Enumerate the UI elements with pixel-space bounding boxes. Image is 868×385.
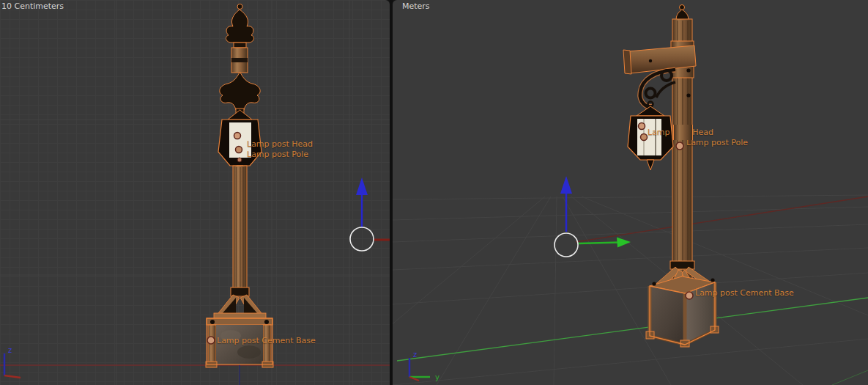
origin-dot-head[interactable] (234, 133, 241, 139)
lamp-post-bracket[interactable] (640, 70, 675, 111)
manipulator-y-arrow[interactable] (579, 243, 620, 244)
origin-dot-base[interactable] (686, 292, 693, 299)
world-x-axis-line (576, 197, 868, 242)
label-head-left: Lamp post Head (247, 139, 313, 149)
lamp-post-base[interactable] (646, 276, 719, 347)
axis-gizmo-right: z y (409, 351, 439, 381)
viewport-right-persp[interactable]: z y Meters Lamp post Head Lamp post Pole… (393, 0, 868, 385)
floor-grid (393, 195, 868, 385)
gizmo-z-label: z (8, 346, 12, 354)
viewport-left-header: 10 Centimeters (1, 1, 64, 11)
axis-gizmo-left: z (4, 346, 21, 378)
origin-dot-base[interactable] (207, 337, 215, 344)
lamp-post-pole[interactable] (231, 166, 249, 296)
manipulator-center-circle[interactable] (554, 233, 578, 257)
viewport-right-header: Meters (402, 1, 430, 11)
lamp-post-braces[interactable] (214, 295, 266, 319)
origin-dot-head[interactable] (639, 123, 645, 130)
origin-dot-pole[interactable] (236, 147, 242, 153)
label-base-left: Lamp post Cement Base (217, 336, 316, 345)
world-y-axis-line (397, 298, 868, 361)
blender-quad-view: z 10 Centimeters Lamp post Head Lamp pos… (0, 0, 868, 385)
grid-major-lines (0, 0, 390, 385)
pole-occlusion-strip (673, 125, 693, 140)
manipulator-left[interactable] (350, 177, 390, 251)
lamp-post-finial[interactable] (220, 4, 260, 117)
lamp-post-object-left[interactable] (206, 4, 273, 368)
manipulator-center-circle[interactable] (350, 227, 374, 251)
viewport-right-scene: z y (393, 0, 868, 385)
manipulator-right[interactable] (554, 176, 631, 257)
origin-dot-pole[interactable] (676, 142, 683, 150)
label-base-right: Lamp post Cement Base (695, 288, 794, 298)
viewport-left-scene: z (0, 0, 390, 385)
label-pole-right: Lamp post Pole (686, 138, 748, 147)
label-pole-left: Lamp post Pole (247, 150, 308, 159)
viewport-left-ortho[interactable]: z 10 Centimeters Lamp post Head Lamp pos… (0, 0, 390, 385)
gizmo-z-label: z (413, 351, 417, 359)
gizmo-y-label: y (435, 373, 439, 381)
